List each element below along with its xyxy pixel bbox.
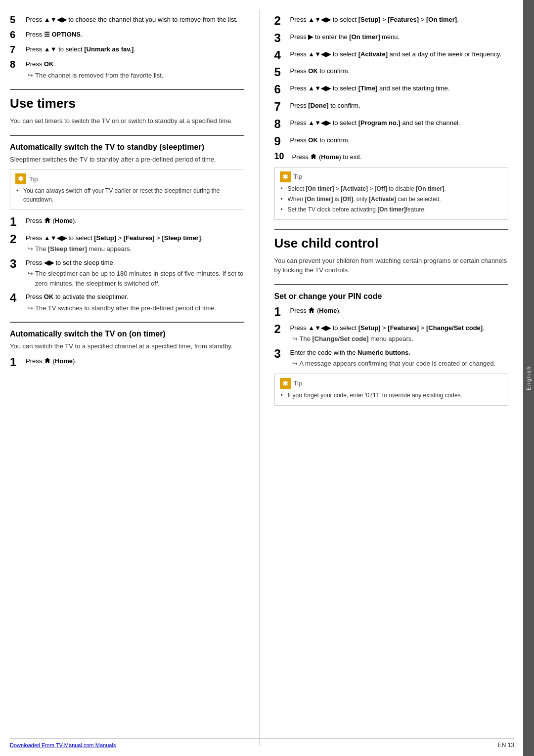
on-timer-step-9: 9 Press OK to confirm. [274,134,509,149]
pin-step-1-content: Press (Home). [290,305,509,316]
on-timer-step-2-num: 2 [274,14,288,28]
divider-on-timer [10,322,244,323]
pin-steps: 1 Press (Home). 2 Press ▲▼◀▶ to select [… [274,305,509,369]
step-8-number: 8 [10,58,24,70]
use-timers-body: You can set timers to switch the TV on o… [10,116,244,126]
on-timer-step-5-content: Press OK to confirm. [290,65,509,76]
pin-step-2: 2 Press ▲▼◀▶ to select [Setup] > [Featur… [274,322,509,344]
section-use-timers: Use timers You can set timers to switch … [10,96,244,126]
divider-sleeptimer [10,135,244,136]
pin-step-3-num: 3 [274,347,288,361]
sleeptimer-step-1-content: Press (Home). [26,215,244,226]
pin-step-2-num: 2 [274,322,288,336]
step-6-content: Press ☰ OPTIONS. [26,29,244,40]
sleeptimer-steps: 1 Press (Home). 2 Press ▲▼◀▶ to select [… [10,215,244,313]
step-6: 6 Press ☰ OPTIONS. [10,29,244,41]
step-7-content: Press ▲▼ to select [Unmark as fav.]. [26,43,244,54]
pin-step-1-num: 1 [274,305,288,319]
pin-step-3-arrow: A message appears confirming that your c… [300,359,496,369]
tip-sleeptimer-header: ✱ Tip [15,173,239,184]
on-timer-step-5: 5 Press OK to confirm. [274,65,509,80]
tip-on-timer-label: Tip [294,173,303,180]
tip-on-timer-header: ✱ Tip [280,171,503,182]
footer-link[interactable]: Downloaded From TV-Manual.com Manuals [10,742,116,748]
sleeptimer-step-4-content: Press OK to activate the sleeptimer. ↪ T… [26,291,244,313]
step-8-arrow: The channel is removed from the favorite… [35,71,163,81]
tip-pin-header: ✱ Tip [280,378,503,389]
on-timer-step-2: 2 Press ▲▼◀▶ to select [Setup] > [Featur… [274,14,509,28]
sleeptimer-step-2-arrow: The [Sleep timer] menu appears. [35,244,132,254]
tip-sleeptimer-text: You can always switch off your TV earlie… [16,186,239,204]
use-timers-title: Use timers [10,96,244,111]
footer-page: EN 13 [498,742,514,749]
pin-step-3: 3 Enter the code with the Numeric button… [274,347,509,369]
step-5: 5 Press ▲▼◀▶ to choose the channel that … [10,14,244,26]
sleeptimer-step-3-num: 3 [10,257,24,271]
step-5-content: Press ▲▼◀▶ to choose the channel that yo… [26,14,244,25]
on-timer-step-9-num: 9 [274,134,288,149]
on-timer-step-6: 6 Press ▲▼◀▶ to select [Time] and set th… [274,83,509,97]
pin-step-2-arrow: The [Change/Set code] menu appears. [300,334,413,344]
on-timer-step-10-content: Press (Home) to exit. [292,151,509,162]
step-7: 7 Press ▲▼ to select [Unmark as fav.]. [10,43,244,55]
on-timer-step-4: 4 Press ▲▼◀▶ to select [Activate] and se… [274,48,509,63]
on-timer-step-7-num: 7 [274,100,288,114]
sleeptimer-step-3-arrow: The sleeptimer can be up to 180 minutes … [35,269,244,288]
child-control-body: You can prevent your children from watch… [274,256,509,275]
tip-on-timer-bullet-3: Set the TV clock before activating [On t… [281,205,503,214]
tip-on-timer-text: Select [On timer] > [Activate] > [Off] t… [281,184,503,214]
sleeptimer-subtitle: Automatically switch the TV to standby (… [10,143,244,152]
on-timer-step-7-content: Press [Done] to confirm. [290,100,509,111]
on-timer-step-1-num: 1 [10,355,24,370]
on-timer-step-8-content: Press ▲▼◀▶ to select [Program no.] and s… [290,117,509,128]
sleeptimer-body: Sleeptimer switches the TV to standby af… [10,155,244,165]
sleeptimer-step-1: 1 Press (Home). [10,215,244,229]
on-timer-step-1: 1 Press (Home). [10,355,244,370]
step-5-number: 5 [10,14,24,26]
divider-child-control [274,229,509,230]
pin-step-3-content: Enter the code with the Numeric buttons.… [290,347,509,369]
step-8-content: Press OK. ↪ The channel is removed from … [26,58,244,80]
sleeptimer-step-4: 4 Press OK to activate the sleeptimer. ↪… [10,291,244,313]
on-timer-step-6-num: 6 [274,83,288,97]
home-icon-4 [308,307,315,314]
sleeptimer-step-1-num: 1 [10,215,24,229]
on-timer-step-7: 7 Press [Done] to confirm. [274,100,509,114]
on-timer-step-10: 10 Press (Home) to exit. [274,151,509,162]
tip-on-timer-icon: ✱ [280,171,291,182]
on-timer-step-2-content: Press ▲▼◀▶ to select [Setup] > [Features… [290,14,509,25]
sleeptimer-step-4-arrow: The TV switches to standby after the pre… [35,303,216,313]
home-icon-3 [310,153,317,160]
on-timer-step-3: 3 Press ▶ to enter the [On timer] menu. [274,31,509,45]
on-timer-step-5-num: 5 [274,65,288,80]
on-timer-step-8-num: 8 [274,117,288,131]
language-tab: English [523,0,534,756]
sleeptimer-step-2-num: 2 [10,232,24,247]
pin-step-1: 1 Press (Home). [274,305,509,319]
divider-timers [10,89,244,90]
child-control-title: Use child control [274,236,509,251]
tip-pin-label: Tip [294,379,303,387]
tip-pin: ✱ Tip If you forget your code, enter '07… [274,374,509,406]
tip-sleeptimer-bullet: You can always switch off your TV earlie… [16,186,239,204]
on-timer-subtitle: Automatically switch the TV on (on timer… [10,330,244,338]
on-timer-step-8: 8 Press ▲▼◀▶ to select [Program no.] and… [274,117,509,131]
step-7-number: 7 [10,43,24,55]
on-timer-step-3-content: Press ▶ to enter the [On timer] menu. [290,31,509,42]
on-timer-step1-left: 1 Press (Home). [10,355,244,370]
on-timer-body: You can switch the TV to a specified cha… [10,341,244,351]
tip-icon: ✱ [15,173,26,184]
on-timer-step-9-content: Press OK to confirm. [290,134,509,145]
tip-on-timer: ✱ Tip Select [On timer] > [Activate] > [… [274,167,509,220]
on-timer-steps-right: 2 Press ▲▼◀▶ to select [Setup] > [Featur… [274,14,509,162]
divider-pin [274,284,509,285]
section-on-timer: Automatically switch the TV on (on timer… [10,330,244,351]
home-icon [44,217,51,224]
tip-pin-icon: ✱ [280,378,291,389]
tip-on-timer-bullet-2: When [On timer] is [Off], only [Activate… [281,195,503,204]
on-timer-step-3-num: 3 [274,31,288,45]
pin-step-2-content: Press ▲▼◀▶ to select [Setup] > [Features… [290,322,509,344]
tip-pin-text: If you forget your code, enter '0711' to… [281,391,503,400]
tip-sleeptimer: ✱ Tip You can always switch off your TV … [10,169,244,210]
sleeptimer-step-3-content: Press ◀▶ to set the sleep time. ↪ The sl… [26,257,244,289]
